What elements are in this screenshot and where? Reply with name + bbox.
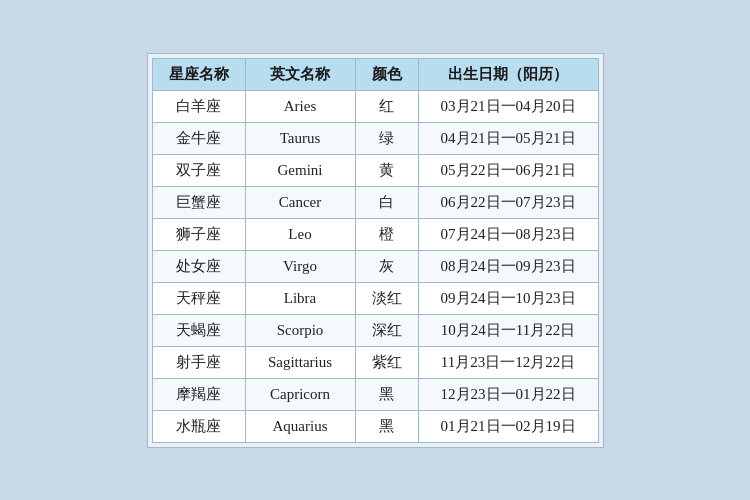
table-row: 天秤座Libra淡红09月24日一10月23日 bbox=[152, 282, 598, 314]
cell-date: 06月22日一07月23日 bbox=[418, 186, 598, 218]
cell-english: Taurus bbox=[245, 122, 355, 154]
table-row: 水瓶座Aquarius黑01月21日一02月19日 bbox=[152, 410, 598, 442]
cell-date: 10月24日一11月22日 bbox=[418, 314, 598, 346]
table-row: 射手座Sagittarius紫红11月23日一12月22日 bbox=[152, 346, 598, 378]
cell-chinese: 金牛座 bbox=[152, 122, 245, 154]
cell-color: 黑 bbox=[355, 410, 418, 442]
cell-date: 09月24日一10月23日 bbox=[418, 282, 598, 314]
table-row: 白羊座Aries红03月21日一04月20日 bbox=[152, 90, 598, 122]
cell-english: Aries bbox=[245, 90, 355, 122]
cell-date: 05月22日一06月21日 bbox=[418, 154, 598, 186]
table-row: 双子座Gemini黄05月22日一06月21日 bbox=[152, 154, 598, 186]
table-row: 狮子座Leo橙07月24日一08月23日 bbox=[152, 218, 598, 250]
cell-color: 绿 bbox=[355, 122, 418, 154]
header-date: 出生日期（阳历） bbox=[418, 58, 598, 90]
cell-english: Scorpio bbox=[245, 314, 355, 346]
table-header-row: 星座名称 英文名称 颜色 出生日期（阳历） bbox=[152, 58, 598, 90]
cell-color: 灰 bbox=[355, 250, 418, 282]
cell-color: 深红 bbox=[355, 314, 418, 346]
cell-english: Capricorn bbox=[245, 378, 355, 410]
cell-english: Cancer bbox=[245, 186, 355, 218]
cell-chinese: 水瓶座 bbox=[152, 410, 245, 442]
cell-english: Aquarius bbox=[245, 410, 355, 442]
cell-color: 黑 bbox=[355, 378, 418, 410]
table-row: 巨蟹座Cancer白06月22日一07月23日 bbox=[152, 186, 598, 218]
table-row: 金牛座Taurus绿04月21日一05月21日 bbox=[152, 122, 598, 154]
header-chinese: 星座名称 bbox=[152, 58, 245, 90]
cell-chinese: 天秤座 bbox=[152, 282, 245, 314]
cell-chinese: 射手座 bbox=[152, 346, 245, 378]
cell-date: 11月23日一12月22日 bbox=[418, 346, 598, 378]
table-row: 处女座Virgo灰08月24日一09月23日 bbox=[152, 250, 598, 282]
cell-color: 黄 bbox=[355, 154, 418, 186]
cell-color: 白 bbox=[355, 186, 418, 218]
cell-color: 淡红 bbox=[355, 282, 418, 314]
cell-chinese: 双子座 bbox=[152, 154, 245, 186]
cell-chinese: 处女座 bbox=[152, 250, 245, 282]
table-row: 摩羯座Capricorn黑12月23日一01月22日 bbox=[152, 378, 598, 410]
header-color: 颜色 bbox=[355, 58, 418, 90]
cell-chinese: 狮子座 bbox=[152, 218, 245, 250]
cell-date: 07月24日一08月23日 bbox=[418, 218, 598, 250]
cell-chinese: 摩羯座 bbox=[152, 378, 245, 410]
zodiac-table-container: 星座名称 英文名称 颜色 出生日期（阳历） 白羊座Aries红03月21日一04… bbox=[147, 53, 604, 448]
cell-date: 01月21日一02月19日 bbox=[418, 410, 598, 442]
cell-date: 04月21日一05月21日 bbox=[418, 122, 598, 154]
cell-english: Gemini bbox=[245, 154, 355, 186]
cell-date: 03月21日一04月20日 bbox=[418, 90, 598, 122]
cell-color: 红 bbox=[355, 90, 418, 122]
cell-color: 紫红 bbox=[355, 346, 418, 378]
cell-english: Virgo bbox=[245, 250, 355, 282]
cell-date: 08月24日一09月23日 bbox=[418, 250, 598, 282]
table-row: 天蝎座Scorpio深红10月24日一11月22日 bbox=[152, 314, 598, 346]
cell-color: 橙 bbox=[355, 218, 418, 250]
header-english: 英文名称 bbox=[245, 58, 355, 90]
cell-english: Leo bbox=[245, 218, 355, 250]
cell-date: 12月23日一01月22日 bbox=[418, 378, 598, 410]
cell-english: Libra bbox=[245, 282, 355, 314]
cell-chinese: 白羊座 bbox=[152, 90, 245, 122]
cell-chinese: 天蝎座 bbox=[152, 314, 245, 346]
cell-english: Sagittarius bbox=[245, 346, 355, 378]
zodiac-table: 星座名称 英文名称 颜色 出生日期（阳历） 白羊座Aries红03月21日一04… bbox=[152, 58, 599, 443]
cell-chinese: 巨蟹座 bbox=[152, 186, 245, 218]
table-body: 白羊座Aries红03月21日一04月20日金牛座Taurus绿04月21日一0… bbox=[152, 90, 598, 442]
